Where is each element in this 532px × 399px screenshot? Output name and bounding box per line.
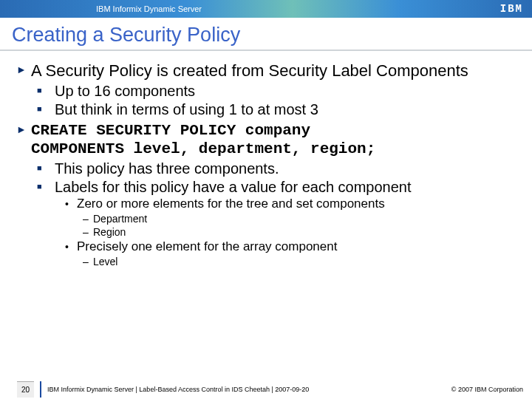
page-title: Creating a Security Policy — [12, 24, 520, 47]
code-line-2: COMPONENTS level, department, region; — [31, 140, 375, 158]
dot-1: • Zero or more elements for the tree and… — [65, 197, 516, 211]
dash-2-text: Region — [93, 225, 126, 239]
sub-1: ■ Up to 16 components — [37, 82, 516, 100]
dash-2: – Region — [83, 225, 516, 239]
footer-copyright: © 2007 IBM Corporation — [451, 386, 532, 393]
square-icon: ■ — [37, 100, 55, 118]
dot-1-text: Zero or more elements for the tree and s… — [77, 197, 385, 211]
dash-group-1: – Department – Region — [83, 212, 516, 239]
dash-icon: – — [83, 212, 93, 225]
sub-1-text: Up to 16 components — [55, 82, 195, 100]
arrow-icon: ► — [16, 121, 31, 158]
ibm-logo: IBM — [500, 3, 523, 15]
code-line-1: CREATE SECURITY POLICY company — [31, 121, 375, 140]
dot-2-text: Precisely one element for the array comp… — [77, 239, 337, 254]
sub-4-text: Labels for this policy have a value for … — [55, 178, 412, 196]
bullet-2-code: CREATE SECURITY POLICY company COMPONENT… — [31, 121, 375, 158]
dash-icon: – — [83, 255, 93, 268]
dash-3: – Level — [83, 255, 516, 268]
bullet-2: ► CREATE SECURITY POLICY company COMPONE… — [16, 121, 516, 158]
dash-1: – Department — [83, 212, 516, 225]
dot-2: • Precisely one element for the array co… — [65, 239, 516, 254]
square-icon: ■ — [37, 82, 55, 100]
dot-group-2: • Precisely one element for the array co… — [65, 239, 516, 254]
footer-left: 20 — [0, 381, 38, 398]
square-icon: ■ — [37, 160, 55, 177]
sub-2: ■ But think in terms of using 1 to at mo… — [37, 100, 516, 118]
top-bar: IBM Informix Dynamic Server IBM — [0, 0, 532, 18]
footer-divider — [40, 381, 41, 398]
bullet-2-subs: ■ This policy has three components. ■ La… — [37, 160, 516, 196]
slide: IBM Informix Dynamic Server IBM Creating… — [0, 0, 532, 399]
sub-3: ■ This policy has three components. — [37, 160, 516, 177]
footer-mid: IBM Informix Dynamic Server | Label-Base… — [47, 386, 451, 393]
dash-1-text: Department — [93, 212, 147, 225]
bullet-1-subs: ■ Up to 16 components ■ But think in ter… — [37, 82, 516, 118]
sub-2-text: But think in terms of using 1 to at most… — [55, 100, 318, 118]
title-bar: Creating a Security Policy — [0, 18, 532, 51]
sub-4: ■ Labels for this policy have a value fo… — [37, 178, 516, 196]
product-name: IBM Informix Dynamic Server — [96, 4, 202, 13]
footer: 20 IBM Informix Dynamic Server | Label-B… — [0, 380, 532, 399]
dash-3-text: Level — [93, 255, 117, 268]
content-area: ► A Security Policy is created from Secu… — [0, 51, 532, 380]
dash-icon: – — [83, 225, 93, 239]
slide-number: 20 — [17, 381, 34, 398]
sub-3-text: This policy has three components. — [55, 160, 279, 177]
bullet-icon: • — [65, 197, 77, 211]
dot-group-1: • Zero or more elements for the tree and… — [65, 197, 516, 211]
arrow-icon: ► — [16, 61, 31, 81]
bullet-1-text: A Security Policy is created from Securi… — [31, 61, 468, 81]
bullet-icon: • — [65, 239, 77, 254]
square-icon: ■ — [37, 178, 55, 196]
dash-group-2: – Level — [83, 255, 516, 268]
bullet-1: ► A Security Policy is created from Secu… — [16, 61, 516, 81]
